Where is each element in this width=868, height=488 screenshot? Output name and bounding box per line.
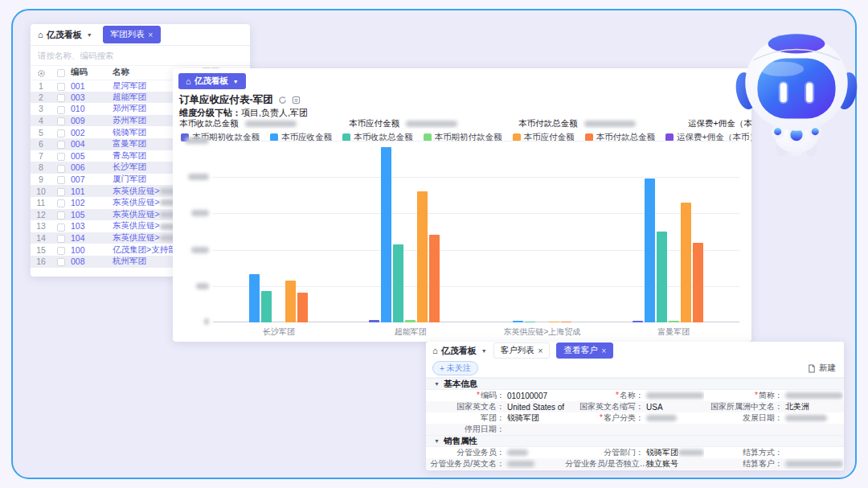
column-settings[interactable] [31,66,51,80]
chevron-down-icon: ▼ [481,348,487,354]
row-checkbox-cell [51,115,71,127]
row-checkbox[interactable] [57,188,65,196]
legion-code-link[interactable]: 103 [71,221,85,231]
bar[interactable] [681,203,691,322]
bar[interactable] [561,322,571,323]
legion-code-link[interactable]: 009 [71,116,85,125]
bar[interactable] [693,243,703,322]
row-checkbox[interactable] [57,94,65,102]
row-checkbox[interactable] [57,247,65,255]
bar[interactable] [285,281,296,322]
legion-name-link[interactable]: 东英供应链> [113,186,160,195]
row-checkbox[interactable] [57,141,65,149]
legion-code-link[interactable]: 007 [71,174,85,184]
legion-name-link[interactable]: 长沙军团 [113,162,146,171]
bar[interactable] [549,322,559,323]
legion-name-link[interactable]: 东英供应链> [113,220,160,230]
dashboard-pill[interactable]: ⌂ 亿茂看板 ▼ [178,73,246,89]
row-checkbox[interactable] [57,176,65,184]
legion-code-link[interactable]: 006 [71,162,85,172]
bar[interactable] [645,178,655,322]
tab-legion-list[interactable]: 军团列表 × [103,26,162,43]
row-checkbox[interactable] [57,235,65,243]
legion-name-link[interactable]: 富曼军团 [113,138,146,148]
bar[interactable] [633,321,643,322]
bar[interactable] [369,320,379,322]
legion-code-link[interactable]: 105 [71,210,85,219]
bar[interactable] [297,293,308,322]
select-all-checkbox[interactable] [57,69,65,77]
legion-code-link[interactable]: 004 [71,139,85,149]
bar[interactable] [513,321,523,322]
legion-code-link[interactable]: 102 [71,198,85,207]
row-checkbox[interactable] [57,83,65,91]
row-checkbox[interactable] [57,258,65,266]
follow-toggle[interactable]: + 未关注 [432,361,478,375]
dashboard-menu[interactable]: ⌂ 亿茂看板 ▼ [432,345,487,357]
row-checkbox[interactable] [57,199,65,207]
bar[interactable] [249,274,260,322]
bar[interactable] [669,321,679,322]
legion-code-cell: 002 [71,126,113,138]
screenshot-stage: ⌂ 亿茂看板 ▼ 军团列表 × [0,0,868,488]
bar[interactable] [525,322,535,323]
detail-icon[interactable] [292,96,301,105]
field-label: 分管部门： [565,447,644,458]
legion-name-link[interactable]: 青岛军团 [113,150,146,160]
legion-code-link[interactable]: 005 [71,151,85,161]
metric-label: 本币收款总金额 [179,118,239,129]
row-checkbox[interactable] [57,153,65,161]
legion-name-link[interactable]: 超能军团 [113,92,146,101]
field-label: *编码： [426,390,505,401]
legion-name-link[interactable]: 东英供应链> [113,232,160,242]
legion-code-link[interactable]: 001 [71,81,85,91]
legion-code-cell: 103 [71,220,113,232]
legion-name-link[interactable]: 锐骑军团 [113,127,146,137]
row-checkbox[interactable] [57,211,65,219]
section-sales-attr[interactable]: ▼ 销售属性 [426,435,844,447]
legion-code-link[interactable]: 002 [71,128,85,137]
row-checkbox[interactable] [57,117,65,125]
section-sales-label: 销售属性 [444,436,477,447]
legion-panel-tabbar: ⌂ 亿茂看板 ▼ 军团列表 × [31,24,250,46]
legion-code-link[interactable]: 101 [71,187,85,196]
legion-code-link[interactable]: 100 [71,245,85,255]
legion-name-link[interactable]: 苏州军团 [113,115,146,125]
robot-eye-right [806,83,813,102]
legion-name-link[interactable]: 星河军团 [113,80,146,90]
legion-name-link[interactable]: 杭州军团 [113,256,146,265]
row-checkbox[interactable] [57,165,65,173]
bar[interactable] [261,291,272,322]
legion-code-link[interactable]: 010 [71,104,85,113]
legion-name-link[interactable]: 东英供应链> [113,209,160,219]
bar[interactable] [381,147,391,322]
legion-code-link[interactable]: 003 [71,92,85,102]
legion-name-link[interactable]: 郑州军团 [113,103,146,113]
tab-view-customer[interactable]: 查看客户 × [556,342,613,359]
section-basic-info[interactable]: ▼ 基本信息 [426,378,844,390]
bar[interactable] [393,244,403,322]
search-input[interactable] [31,51,250,60]
bar[interactable] [405,320,416,322]
legion-name-link[interactable]: 东英供应链> [113,197,160,207]
bar[interactable] [657,232,667,322]
collapse-icon: ▼ [434,381,440,387]
drill-info: 维度分级下钻：项目,负责人,军团 [179,107,308,119]
refresh-icon[interactable] [278,96,287,105]
close-icon[interactable]: × [601,347,606,355]
row-checkbox[interactable] [57,106,65,114]
row-checkbox[interactable] [57,223,65,232]
row-checkbox[interactable] [57,129,65,137]
tab-customer-list[interactable]: 客户列表 × [493,342,551,359]
bar[interactable] [417,191,428,322]
close-icon[interactable]: × [538,347,543,355]
field-value: USA [646,403,663,412]
row-checkbox-cell [51,92,71,104]
close-icon[interactable]: × [149,31,154,39]
legion-code-link[interactable]: 104 [71,233,85,243]
new-button[interactable]: 新建 [808,363,836,374]
legion-code-link[interactable]: 008 [71,256,85,266]
bar[interactable] [429,235,440,322]
dashboard-menu[interactable]: ⌂ 亿茂看板 ▼ [38,29,92,41]
legion-name-link[interactable]: 厦门军团 [113,174,146,183]
